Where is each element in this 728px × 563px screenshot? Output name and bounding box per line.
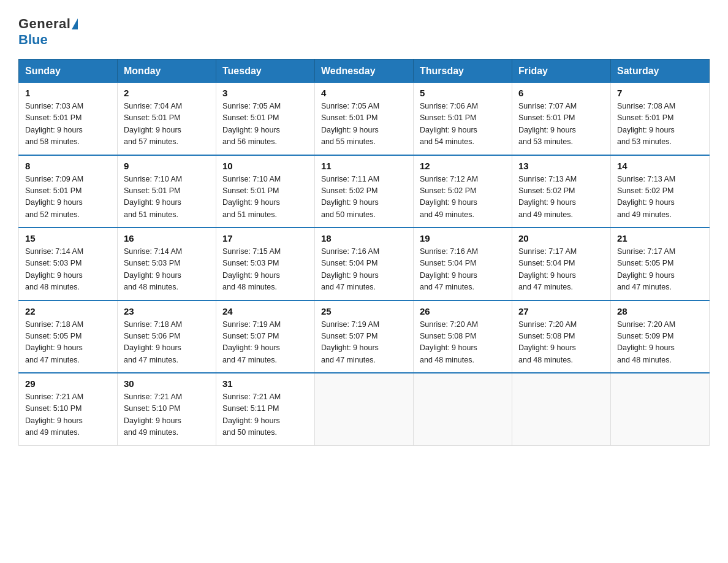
day-info-line: and 47 minutes. [25,356,80,364]
day-info-line: Sunrise: 7:10 AM [124,175,182,183]
day-info-line: Sunrise: 7:06 AM [420,102,478,110]
day-info: Sunrise: 7:15 AMSunset: 5:03 PMDaylight:… [222,246,308,294]
day-info-line: and 58 minutes. [25,137,80,146]
calendar-day-cell: 15Sunrise: 7:14 AMSunset: 5:03 PMDayligh… [19,228,118,301]
day-info-line: Sunrise: 7:15 AM [222,247,281,256]
day-info-line: Sunset: 5:07 PM [321,332,377,340]
calendar-day-cell: 25Sunrise: 7:19 AMSunset: 5:07 PMDayligh… [315,301,414,373]
day-info-line: Sunrise: 7:09 AM [25,175,83,183]
day-number: 8 [25,161,111,171]
day-info: Sunrise: 7:16 AMSunset: 5:04 PMDaylight:… [321,246,407,294]
day-info: Sunrise: 7:17 AMSunset: 5:05 PMDaylight:… [617,246,703,294]
column-header-monday: Monday [118,59,216,83]
day-info-line: Sunrise: 7:18 AM [25,320,83,329]
calendar-day-cell: 9Sunrise: 7:10 AMSunset: 5:01 PMDaylight… [118,155,216,228]
calendar-day-cell: 5Sunrise: 7:06 AMSunset: 5:01 PMDaylight… [414,82,512,155]
day-info: Sunrise: 7:17 AMSunset: 5:04 PMDaylight:… [518,246,604,294]
day-info-line: Sunset: 5:01 PM [222,113,279,122]
day-info: Sunrise: 7:21 AMSunset: 5:10 PMDaylight:… [124,391,210,439]
day-info-line: Sunset: 5:01 PM [25,113,82,122]
day-info: Sunrise: 7:10 AMSunset: 5:01 PMDaylight:… [222,174,308,221]
day-info-line: and 47 minutes. [321,356,376,364]
day-number: 13 [518,161,604,171]
calendar-day-cell: 29Sunrise: 7:21 AMSunset: 5:10 PMDayligh… [19,373,118,445]
day-info-line: Sunrise: 7:05 AM [222,102,281,110]
day-info-line: Sunset: 5:04 PM [420,259,476,267]
calendar-day-cell: 30Sunrise: 7:21 AMSunset: 5:10 PMDayligh… [118,373,216,445]
day-info-line: Sunrise: 7:14 AM [124,247,182,256]
day-info-line: Sunrise: 7:17 AM [518,247,577,256]
day-info-line: Sunset: 5:01 PM [321,113,377,122]
day-info: Sunrise: 7:16 AMSunset: 5:04 PMDaylight:… [420,246,506,294]
day-number: 30 [124,378,210,389]
calendar-day-cell: 13Sunrise: 7:13 AMSunset: 5:02 PMDayligh… [512,155,611,228]
calendar-day-cell: 6Sunrise: 7:07 AMSunset: 5:01 PMDaylight… [512,82,611,155]
day-info-line: Daylight: 9 hours [617,271,675,280]
day-number: 27 [518,306,604,316]
column-header-wednesday: Wednesday [315,59,414,83]
calendar-day-cell: 27Sunrise: 7:20 AMSunset: 5:08 PMDayligh… [512,301,611,373]
calendar-week-row: 22Sunrise: 7:18 AMSunset: 5:05 PMDayligh… [19,301,710,373]
day-info-line: and 47 minutes. [222,356,277,364]
day-info-line: and 47 minutes. [321,283,376,291]
day-info-line: Sunrise: 7:21 AM [222,393,281,401]
day-info: Sunrise: 7:18 AMSunset: 5:06 PMDaylight:… [124,319,210,367]
day-info-line: Sunrise: 7:13 AM [617,175,675,183]
day-number: 17 [222,233,308,243]
calendar-day-cell: 11Sunrise: 7:11 AMSunset: 5:02 PMDayligh… [315,155,414,228]
column-header-sunday: Sunday [19,59,118,83]
day-number: 2 [124,88,210,98]
day-info-line: and 48 minutes. [617,356,672,364]
day-info: Sunrise: 7:19 AMSunset: 5:07 PMDaylight:… [222,319,308,367]
day-info: Sunrise: 7:10 AMSunset: 5:01 PMDaylight:… [124,174,210,221]
day-info-line: Daylight: 9 hours [222,416,280,425]
day-info: Sunrise: 7:14 AMSunset: 5:03 PMDaylight:… [25,246,111,294]
day-info: Sunrise: 7:20 AMSunset: 5:09 PMDaylight:… [617,319,703,367]
day-info-line: Daylight: 9 hours [518,126,576,134]
day-info: Sunrise: 7:20 AMSunset: 5:08 PMDaylight:… [420,319,506,367]
day-info-line: and 51 minutes. [222,210,277,219]
day-info-line: Sunrise: 7:20 AM [617,320,675,329]
day-info-line: Sunset: 5:03 PM [222,259,279,267]
day-info-line: and 47 minutes. [124,356,178,364]
day-info-line: Sunrise: 7:19 AM [321,320,379,329]
day-number: 3 [222,88,308,98]
day-number: 4 [321,88,407,98]
day-info-line: Sunset: 5:01 PM [124,113,180,122]
day-info-line: Daylight: 9 hours [124,271,181,280]
day-info: Sunrise: 7:06 AMSunset: 5:01 PMDaylight:… [420,101,506,148]
day-info-line: and 49 minutes. [420,210,474,219]
column-header-friday: Friday [512,59,611,83]
day-number: 19 [420,233,506,243]
day-info: Sunrise: 7:20 AMSunset: 5:08 PMDaylight:… [518,319,604,367]
day-info-line: Sunrise: 7:04 AM [124,102,182,110]
day-info-line: Daylight: 9 hours [420,126,477,134]
day-info-line: Sunrise: 7:18 AM [124,320,182,329]
day-info: Sunrise: 7:13 AMSunset: 5:02 PMDaylight:… [617,174,703,221]
day-info-line: Sunset: 5:03 PM [25,259,82,267]
day-info-line: Sunset: 5:01 PM [222,186,279,195]
day-info: Sunrise: 7:21 AMSunset: 5:10 PMDaylight:… [25,391,111,439]
day-info-line: Daylight: 9 hours [321,343,379,352]
day-info-line: Sunset: 5:10 PM [124,404,180,413]
day-info-line: Sunrise: 7:14 AM [25,247,83,256]
day-info: Sunrise: 7:11 AMSunset: 5:02 PMDaylight:… [321,174,407,221]
day-info-line: Daylight: 9 hours [25,198,83,207]
logo: General Blue [18,12,78,48]
day-number: 11 [321,161,407,171]
logo-general-text: General [18,16,70,32]
day-info-line: Sunset: 5:08 PM [420,332,476,340]
day-number: 1 [25,88,111,98]
day-info-line: Sunset: 5:02 PM [617,186,673,195]
day-info-line: Sunset: 5:05 PM [25,332,82,340]
day-number: 24 [222,306,308,316]
day-info-line: and 49 minutes. [617,210,672,219]
day-info-line: and 48 minutes. [518,356,573,364]
day-info-line: Sunrise: 7:03 AM [25,102,83,110]
day-info-line: Sunset: 5:02 PM [518,186,575,195]
calendar-day-cell: 22Sunrise: 7:18 AMSunset: 5:05 PMDayligh… [19,301,118,373]
day-info-line: Sunset: 5:01 PM [420,113,476,122]
day-info: Sunrise: 7:04 AMSunset: 5:01 PMDaylight:… [124,101,210,148]
calendar-header-row: SundayMondayTuesdayWednesdayThursdayFrid… [19,59,710,83]
day-info: Sunrise: 7:19 AMSunset: 5:07 PMDaylight:… [321,319,407,367]
